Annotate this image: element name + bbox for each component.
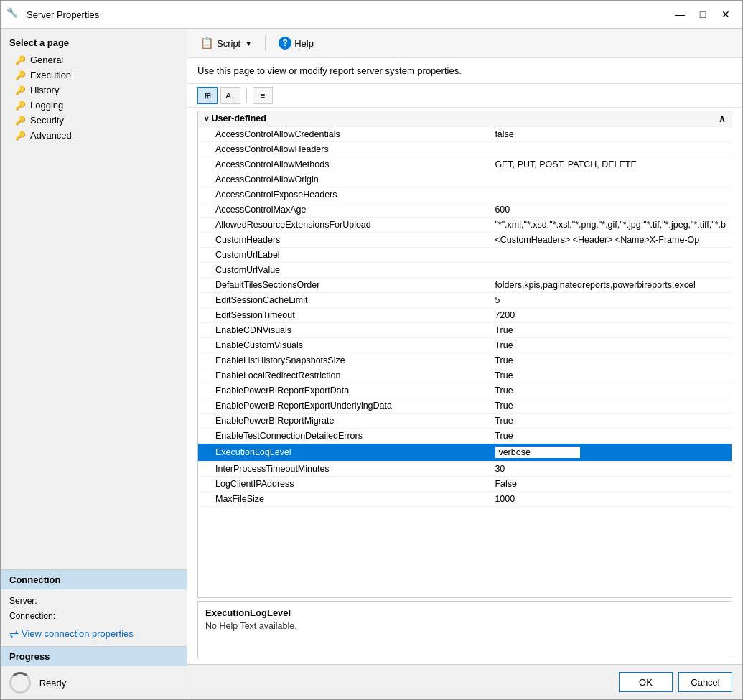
table-row[interactable]: AccessControlAllowHeaders [198, 142, 732, 157]
group-chevron: ∨ [204, 115, 209, 123]
table-row[interactable]: CustomHeaders<CustomHeaders> <Header> <N… [198, 233, 732, 248]
prop-value: True [489, 398, 732, 414]
script-button[interactable]: 📋 Script ▼ [196, 34, 256, 52]
prop-toolbar-sep [246, 88, 247, 103]
help-panel-button[interactable]: ≡ [253, 87, 273, 104]
script-icon: 📋 [200, 37, 214, 50]
table-row[interactable]: EnablePowerBIReportExportDataTrue [198, 383, 732, 398]
prop-value: True [489, 353, 732, 368]
table-row[interactable]: CustomUrlValue [198, 263, 732, 278]
sidebar-item-label-advanced: Advanced [30, 130, 72, 141]
table-row[interactable]: EnableCDNVisualsTrue [198, 323, 732, 338]
prop-name: AccessControlAllowMethods [198, 157, 489, 172]
page-icon-security: 🔑 [15, 116, 26, 126]
table-row[interactable]: EnablePowerBIReportExportUnderlyingDataT… [198, 398, 732, 414]
view-connection-label: View connection properties [22, 628, 134, 639]
scroll-up-icon[interactable]: ∧ [719, 113, 726, 124]
table-row[interactable]: AccessControlMaxAge600 [198, 202, 732, 218]
properties-area: ∨ User-defined ∧ AccessControlAllowCrede… [187, 108, 742, 664]
server-properties-window: 🔧 Server Properties — □ ✕ Select a page … [0, 0, 743, 700]
toolbar-separator [265, 36, 266, 50]
prop-value: 5 [489, 293, 732, 308]
help-button[interactable]: ? Help [274, 34, 318, 52]
table-row[interactable]: MaxFileSize1000 [198, 492, 732, 507]
table-row[interactable]: EditSessionCacheLimit5 [198, 293, 732, 308]
group-header-row: ∨ User-defined ∧ [198, 111, 732, 127]
progress-section: Ready [1, 666, 187, 699]
maximize-button[interactable]: □ [692, 6, 714, 24]
properties-table-container[interactable]: ∨ User-defined ∧ AccessControlAllowCrede… [197, 111, 732, 598]
prop-value: True [489, 368, 732, 383]
toolbar: 📋 Script ▼ ? Help [187, 29, 742, 58]
table-row[interactable]: EnableLocalRedirectRestrictionTrue [198, 368, 732, 383]
cancel-button[interactable]: Cancel [678, 672, 732, 692]
progress-row: Ready [9, 672, 178, 694]
progress-section-header: Progress [1, 647, 187, 666]
connection-section-header: Connection [1, 570, 187, 589]
prop-value: True [489, 383, 732, 398]
help-label: Help [294, 38, 314, 49]
sidebar-item-label-execution: Execution [30, 70, 71, 80]
table-row[interactable]: DefaultTilesSectionsOrderfolders,kpis,pa… [198, 278, 732, 293]
prop-value [489, 187, 732, 202]
sidebar-item-history[interactable]: 🔑 History [1, 83, 187, 98]
table-row[interactable]: AccessControlAllowCredentialsfalse [198, 127, 732, 142]
prop-name: AccessControlAllowCredentials [198, 127, 489, 142]
prop-value: <CustomHeaders> <Header> <Name>X-Frame-O… [489, 233, 732, 248]
prop-name: EnableLocalRedirectRestriction [198, 368, 489, 383]
prop-name: DefaultTilesSectionsOrder [198, 278, 489, 293]
prop-name: CustomUrlLabel [198, 248, 489, 263]
table-row[interactable]: EnablePowerBIReportMigrateTrue [198, 414, 732, 429]
page-icon-general: 🔑 [15, 55, 26, 65]
prop-name: EnablePowerBIReportExportUnderlyingData [198, 398, 489, 414]
help-icon: ? [279, 37, 291, 50]
minimize-button[interactable]: — [669, 6, 691, 24]
close-button[interactable]: ✕ [715, 6, 737, 24]
prop-value: false [489, 127, 732, 142]
table-row[interactable]: LogClientIPAddressFalse [198, 477, 732, 492]
table-row[interactable]: EnableListHistorySnapshotsSizeTrue [198, 353, 732, 368]
table-row[interactable]: EditSessionTimeout7200 [198, 308, 732, 323]
alphabetical-view-button[interactable]: A↓ [220, 87, 240, 104]
prop-value [489, 172, 732, 187]
table-row[interactable]: EnableCustomVisualsTrue [198, 338, 732, 353]
sidebar-item-logging[interactable]: 🔑 Logging [1, 98, 187, 113]
table-row[interactable]: AccessControlExposeHeaders [198, 187, 732, 202]
sidebar-item-advanced[interactable]: 🔑 Advanced [1, 128, 187, 143]
sidebar-item-general[interactable]: 🔑 General [1, 52, 187, 67]
connection-link-icon: ⇌ [9, 627, 19, 640]
help-panel-title: ExecutionLogLevel [205, 607, 724, 618]
categorized-view-button[interactable]: ⊞ [197, 87, 218, 104]
table-row[interactable]: EnableTestConnectionDetailedErrorsTrue [198, 429, 732, 444]
table-row[interactable]: AllowedResourceExtensionsForUpload"*".xm… [198, 218, 732, 233]
prop-value: True [489, 323, 732, 338]
sidebar-item-label-general: General [30, 55, 63, 65]
prop-name: AllowedResourceExtensionsForUpload [198, 218, 489, 233]
prop-value [489, 142, 732, 157]
connection-section: Server: Connection: ⇌ View connection pr… [1, 589, 187, 646]
table-row[interactable]: CustomUrlLabel [198, 248, 732, 263]
sidebar-item-label-history: History [30, 85, 59, 95]
table-row[interactable]: AccessControlAllowMethodsGET, PUT, POST,… [198, 157, 732, 172]
prop-value: False [489, 477, 732, 492]
prop-name: LogClientIPAddress [198, 477, 489, 492]
table-row[interactable]: AccessControlAllowOrigin [198, 172, 732, 187]
page-icon-logging: 🔑 [15, 101, 26, 111]
prop-value[interactable] [489, 444, 732, 462]
prop-name: AccessControlExposeHeaders [198, 187, 489, 202]
table-row[interactable]: ExecutionLogLevel [198, 444, 732, 462]
prop-name: EnablePowerBIReportMigrate [198, 414, 489, 429]
help-panel: ExecutionLogLevel No Help Text available… [197, 601, 732, 658]
page-icon-execution: 🔑 [15, 70, 26, 80]
prop-value: True [489, 414, 732, 429]
help-panel-icon: ≡ [261, 91, 265, 100]
prop-value: 30 [489, 462, 732, 477]
view-connection-link[interactable]: ⇌ View connection properties [9, 627, 178, 640]
sidebar-item-execution[interactable]: 🔑 Execution [1, 67, 187, 83]
table-row[interactable]: InterProcessTimeoutMinutes30 [198, 462, 732, 477]
prop-value-input[interactable] [495, 446, 581, 459]
sidebar-item-security[interactable]: 🔑 Security [1, 113, 187, 128]
properties-toolbar: ⊞ A↓ ≡ [187, 84, 742, 108]
ok-button[interactable]: OK [619, 672, 673, 692]
select-page-title: Select a page [1, 34, 187, 52]
